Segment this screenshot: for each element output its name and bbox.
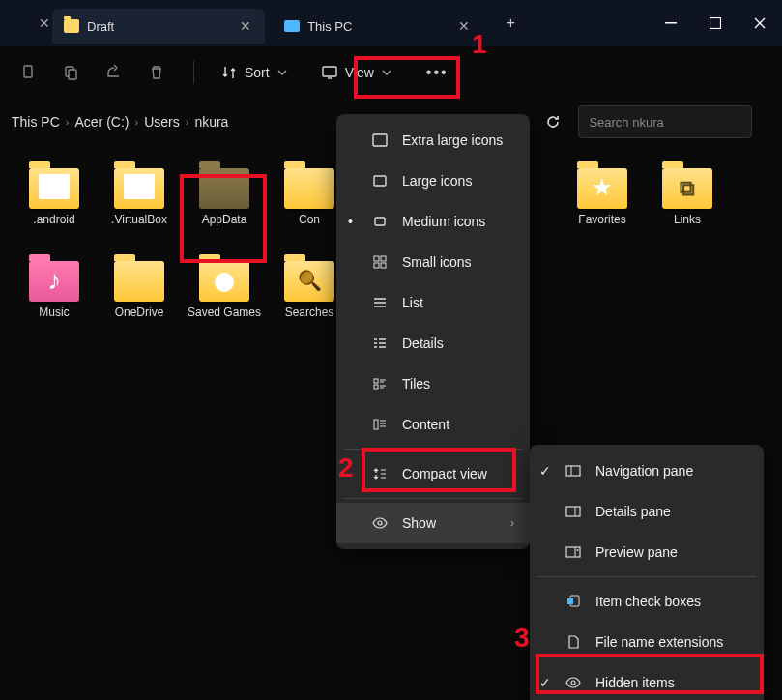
svg-rect-14: [374, 379, 378, 383]
minimize-button[interactable]: [649, 0, 693, 46]
divider: [193, 61, 194, 84]
menu-label: Item check boxes: [595, 594, 701, 609]
check-icon: ✓: [539, 463, 551, 479]
sort-icon: [221, 65, 237, 80]
folder-label: Music: [39, 306, 69, 319]
menu-extra-large-icons[interactable]: Extra large icons: [336, 120, 530, 160]
folder-saved-games[interactable]: Saved Games: [182, 257, 267, 346]
breadcrumb-item[interactable]: Acer (C:): [74, 114, 129, 130]
view-button[interactable]: View: [310, 59, 403, 86]
folder-label: Links: [674, 213, 701, 226]
folder-icon: [284, 168, 334, 209]
compact-icon: [371, 468, 389, 480]
tiles-icon: [371, 378, 389, 390]
window-controls: [649, 0, 782, 46]
menu-compact-view[interactable]: Compact view: [336, 453, 530, 494]
folder-onedrive[interactable]: OneDrive: [97, 257, 182, 346]
title-bar: ✕ Draft ✕ This PC ✕ +: [0, 0, 782, 46]
copy-icon[interactable]: [62, 63, 81, 82]
folder-icon: [199, 168, 249, 209]
svg-rect-15: [374, 385, 378, 389]
menu-label: Details: [402, 335, 444, 351]
eye-icon: [565, 677, 582, 688]
divider: [344, 498, 522, 499]
svg-rect-5: [323, 67, 336, 76]
cut-icon[interactable]: [19, 63, 39, 82]
chevron-down-icon: [382, 70, 391, 75]
menu-label: Compact view: [402, 466, 487, 481]
menu-label: Details pane: [595, 504, 671, 519]
folder-favorites[interactable]: Favorites: [560, 164, 645, 253]
annotation-number-3: 3: [514, 623, 530, 654]
menu-tiles[interactable]: Tiles: [336, 364, 530, 404]
folder-label: AppData: [202, 213, 247, 226]
check-icon: ✓: [539, 675, 551, 690]
svg-point-27: [571, 681, 575, 685]
search-placeholder: Search nkura: [589, 115, 663, 130]
menu-navigation-pane[interactable]: ✓ Navigation pane: [530, 451, 764, 491]
menu-large-icons[interactable]: Large icons: [336, 160, 530, 201]
svg-rect-8: [374, 176, 386, 186]
divider: [344, 449, 522, 450]
folder-virtualbox[interactable]: .VirtualBox: [97, 164, 182, 253]
menu-list[interactable]: List: [336, 282, 530, 323]
folder-icon: [284, 261, 334, 302]
breadcrumb[interactable]: This PC › Acer (C:) › Users › nkura: [12, 114, 228, 130]
folder-label: Con: [299, 213, 320, 226]
tab-close-left[interactable]: ✕: [37, 15, 52, 31]
menu-show[interactable]: Show ›: [336, 503, 530, 543]
folder-icon: [29, 168, 79, 209]
more-button[interactable]: •••: [426, 64, 449, 81]
folder-label: .android: [33, 213, 74, 226]
menu-medium-icons[interactable]: Medium icons: [336, 201, 530, 242]
folder-appdata[interactable]: AppData: [182, 164, 267, 253]
folder-icon: [114, 261, 164, 302]
list-icon: [371, 297, 389, 308]
breadcrumb-item[interactable]: This PC: [12, 114, 60, 130]
close-icon[interactable]: ✕: [456, 18, 472, 34]
pc-icon: [284, 20, 300, 32]
svg-point-17: [378, 521, 382, 525]
menu-preview-pane[interactable]: Preview pane: [530, 532, 764, 572]
search-input[interactable]: Search nkura: [578, 105, 752, 138]
menu-item-checkboxes[interactable]: Item check boxes: [530, 581, 764, 622]
svg-rect-11: [381, 256, 386, 261]
share-icon[interactable]: [104, 63, 124, 82]
maximize-button[interactable]: [693, 0, 738, 46]
details-pane-icon: [565, 506, 582, 517]
svg-point-24: [577, 549, 579, 551]
folder-music[interactable]: Music: [12, 257, 97, 346]
menu-label: Content: [402, 417, 449, 432]
menu-label: File name extensions: [595, 634, 723, 650]
breadcrumb-item[interactable]: Users: [144, 114, 180, 130]
close-icon[interactable]: ✕: [238, 18, 253, 34]
chevron-down-icon: [277, 70, 287, 75]
menu-hidden-items[interactable]: ✓ Hidden items: [530, 662, 764, 700]
refresh-button[interactable]: [536, 104, 570, 139]
tab-draft[interactable]: Draft ✕: [52, 9, 265, 44]
menu-file-extensions[interactable]: File name extensions: [530, 622, 764, 662]
new-tab-button[interactable]: +: [495, 8, 526, 39]
sort-button[interactable]: Sort: [221, 65, 287, 80]
rect-icon: [371, 217, 389, 226]
view-menu: Extra large icons Large icons Medium ico…: [336, 114, 530, 549]
svg-rect-0: [665, 22, 677, 24]
folder-links[interactable]: Links: [645, 164, 730, 253]
delete-icon[interactable]: [147, 63, 166, 82]
menu-content[interactable]: Content: [336, 404, 530, 445]
breadcrumb-item[interactable]: nkura: [194, 114, 228, 130]
close-button[interactable]: [738, 0, 782, 46]
tab-label: Draft: [87, 19, 114, 34]
folder-label: Favorites: [578, 213, 625, 226]
folder-android[interactable]: .android: [12, 164, 97, 253]
menu-details[interactable]: Details: [336, 323, 530, 364]
menu-label: Tiles: [402, 376, 430, 392]
menu-small-icons[interactable]: Small icons: [336, 242, 530, 282]
tab-this-pc[interactable]: This PC ✕: [273, 9, 483, 44]
chevron-right-icon: ›: [510, 516, 514, 530]
svg-rect-12: [374, 263, 379, 268]
menu-label: Show: [402, 515, 436, 531]
folder-label: .VirtualBox: [111, 213, 167, 226]
svg-rect-4: [69, 70, 76, 79]
menu-details-pane[interactable]: Details pane: [530, 491, 764, 532]
